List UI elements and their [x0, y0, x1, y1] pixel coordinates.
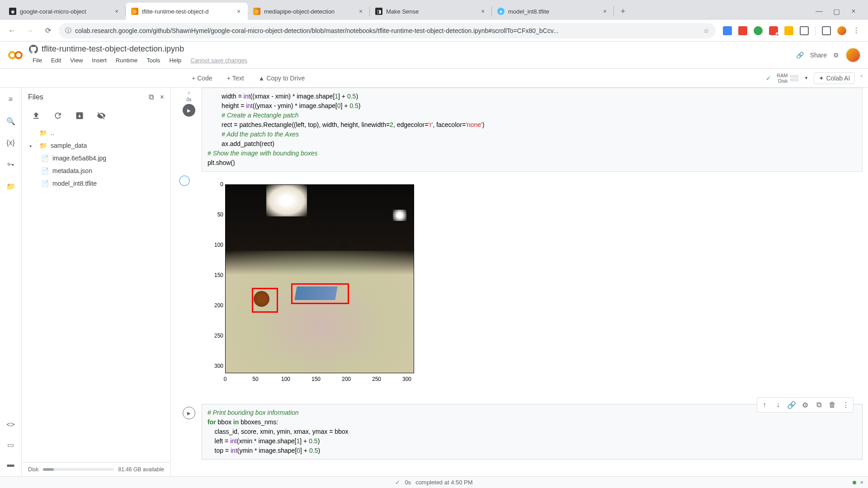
command-palette-icon[interactable]: ▭	[5, 439, 16, 450]
disk-available: 81.46 GB available	[118, 466, 164, 473]
link-cell-button[interactable]: 🔗	[785, 399, 798, 411]
extensions-menu-icon[interactable]	[800, 26, 809, 35]
plot-frame: ⬚	[225, 184, 414, 373]
upload-icon[interactable]	[31, 110, 42, 121]
status-close-button[interactable]: ×	[860, 479, 863, 486]
resource-indicator[interactable]: RAMDisk	[777, 73, 798, 84]
search-icon[interactable]: 🔍	[5, 116, 16, 127]
notebook-title[interactable]: tflite-runtime-test-object-detection.ipy…	[42, 44, 184, 54]
menu-runtime[interactable]: Runtime	[112, 55, 141, 66]
tree-folder[interactable]: ▸📁sample_data	[25, 139, 167, 152]
back-button[interactable]: ←	[5, 23, 19, 38]
close-icon[interactable]: ×	[479, 8, 486, 15]
run-cell-button[interactable]: ▶	[183, 407, 195, 419]
settings-icon[interactable]: ⚙	[833, 52, 839, 59]
browser-tab[interactable]: ◨ Make Sense ×	[370, 3, 492, 20]
user-avatar[interactable]	[845, 47, 861, 63]
refresh-icon[interactable]	[52, 110, 63, 121]
code-snippets-icon[interactable]: <>	[5, 419, 16, 430]
minimize-button[interactable]: —	[813, 5, 826, 18]
move-down-button[interactable]: ↓	[772, 399, 784, 411]
close-icon[interactable]: ×	[601, 8, 609, 15]
share-button[interactable]: Share	[810, 52, 827, 59]
tree-file[interactable]: 📄metadata.json	[25, 164, 167, 177]
menu-file[interactable]: File	[29, 55, 46, 66]
status-connected-dot	[853, 481, 856, 484]
file-tree: 📁.. ▸📁sample_data 📄image.6e5a8b4.jpg 📄me…	[22, 127, 170, 462]
bounding-box	[252, 288, 278, 313]
cell-gutter: ▶	[176, 404, 202, 460]
menu-tools[interactable]: Tools	[143, 55, 164, 66]
collapse-icon[interactable]: ˆ	[860, 75, 863, 82]
status-bar: ✓ 0s completed at 4:50 PM ×	[0, 476, 868, 488]
copy-to-drive-button[interactable]: ▲Copy to Drive	[255, 73, 309, 84]
y-tick: 200	[214, 302, 223, 309]
files-icon[interactable]: 📁	[5, 181, 16, 192]
close-icon[interactable]: ×	[113, 8, 120, 15]
new-tab-button[interactable]: +	[616, 4, 630, 19]
x-tick: 250	[372, 376, 381, 382]
site-info-icon[interactable]: ⓘ	[65, 27, 71, 35]
plot-image: ⬚	[226, 185, 414, 373]
run-cell-button[interactable]: ▶	[183, 104, 195, 117]
close-button[interactable]: ×	[847, 5, 860, 18]
scene-light	[266, 185, 307, 216]
y-tick: 0	[220, 181, 223, 188]
menu-help[interactable]: Help	[166, 55, 185, 66]
colab-ai-button[interactable]: ✦Colab AI	[814, 72, 855, 84]
notebook-area[interactable]: ✓ 0s ▶ width = int((xmax - xmin) * image…	[171, 88, 868, 476]
extension-icon[interactable]	[723, 26, 732, 35]
tree-file[interactable]: 📄image.6e5a8b4.jpg	[25, 152, 167, 164]
bounding-box	[291, 283, 349, 304]
extension-icons: 6 ⋮	[719, 26, 863, 35]
reload-button[interactable]: ⟳	[41, 23, 55, 38]
menu-edit[interactable]: Edit	[47, 55, 65, 66]
cell-settings-button[interactable]: ⚙	[799, 399, 811, 411]
mount-drive-icon[interactable]	[74, 110, 85, 121]
browser-tab[interactable]: ⊙ mediapipe-object-detection ×	[248, 3, 370, 20]
forward-button[interactable]: →	[23, 23, 37, 38]
extension-icon[interactable]: 6	[769, 26, 778, 35]
delete-cell-button[interactable]: 🗑	[826, 399, 839, 411]
menu-insert[interactable]: Insert	[88, 55, 110, 66]
browser-tab-active[interactable]: ⊙ tflite-runtime-test-object-d ×	[126, 3, 248, 20]
colab-menubar: File Edit View Insert Runtime Tools Help…	[29, 55, 796, 66]
close-panel-icon[interactable]: ×	[160, 93, 164, 101]
extension-icon[interactable]	[738, 26, 747, 35]
code-body[interactable]: width = int((xmax - xmin) * image.shape[…	[202, 88, 863, 172]
toc-icon[interactable]: ≡	[5, 94, 16, 105]
tree-file[interactable]: 📄model_int8.tflite	[25, 177, 167, 190]
extension-icon[interactable]	[754, 26, 763, 35]
output-user-icon[interactable]	[179, 175, 190, 186]
tree-up[interactable]: 📁..	[25, 127, 167, 139]
file-icon: 📄	[41, 179, 49, 188]
terminal-icon[interactable]: ▬	[5, 459, 16, 470]
star-icon[interactable]: ☆	[703, 27, 709, 34]
cell-toolbar: ↑ ↓ 🔗 ⚙ ⧉ 🗑 ⋮	[757, 397, 854, 413]
browser-tab[interactable]: ● model_int8.tflite ×	[492, 3, 614, 20]
close-icon[interactable]: ×	[235, 8, 242, 15]
maximize-button[interactable]: ▢	[830, 5, 843, 18]
browser-tab[interactable]: ◉ google-coral-micro-object ×	[4, 3, 126, 20]
add-code-button[interactable]: +Code	[188, 73, 216, 84]
close-icon[interactable]: ×	[357, 8, 364, 15]
extension-icon[interactable]	[784, 26, 793, 35]
dropdown-icon[interactable]: ▼	[804, 75, 808, 80]
browser-menu-icon[interactable]: ⋮	[853, 26, 860, 35]
mirror-cell-button[interactable]: ⧉	[812, 399, 825, 411]
url-input[interactable]: ⓘ colab.research.google.com/github/Shawn…	[59, 23, 716, 38]
chevron-right-icon[interactable]: ▸	[30, 143, 35, 148]
new-window-icon[interactable]: ⧉	[149, 93, 154, 101]
add-text-button[interactable]: +Text	[223, 73, 248, 84]
hide-icon[interactable]	[96, 110, 107, 121]
sidepanel-icon[interactable]	[822, 26, 831, 35]
browser-chrome: ◉ google-coral-micro-object × ⊙ tflite-r…	[0, 0, 868, 42]
link-icon[interactable]: 🔗	[796, 52, 804, 59]
move-up-button[interactable]: ↑	[758, 399, 771, 411]
profile-avatar[interactable]	[837, 26, 846, 35]
variables-icon[interactable]: {x}	[5, 137, 16, 148]
files-header: Files ⧉ ×	[22, 88, 170, 107]
menu-view[interactable]: View	[66, 55, 86, 66]
cell-menu-button[interactable]: ⋮	[840, 399, 852, 411]
secrets-icon[interactable]: 🗝	[5, 159, 16, 170]
